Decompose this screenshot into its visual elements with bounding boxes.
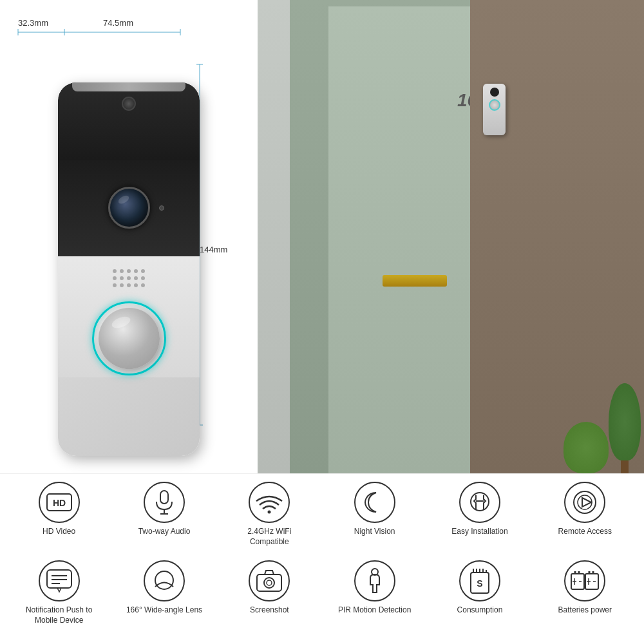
svg-rect-10 [160, 491, 168, 504]
doorbell-body [58, 82, 200, 456]
night-vision-label: Night Vision [354, 527, 395, 537]
feature-remote-access: Remote Access [544, 482, 626, 537]
speaker-dot [113, 283, 117, 287]
ir-sensor [122, 97, 136, 111]
feature-screenshot: Screenshot [228, 560, 310, 616]
notification-label: Notification Push to Mobile Device [18, 605, 100, 625]
moon-icon [363, 490, 386, 515]
features-section: HD HD Video Two-way Audio [0, 473, 644, 644]
batteries-label: Batteries power [558, 605, 612, 616]
speaker-dot [127, 283, 131, 287]
doorbell-device [58, 82, 200, 456]
feature-batteries: Batteries power [544, 560, 626, 616]
feature-pir: PIR Motion Detection [334, 560, 416, 616]
left-wall: 16 [258, 0, 470, 473]
wrench-icon-wrap [459, 482, 500, 523]
installed-btn [489, 99, 500, 111]
cam-top-section [58, 82, 200, 160]
top-section: 32.3mm 74.5mm 144mm [0, 0, 644, 473]
wifi-icon-wrap [249, 482, 290, 523]
shrub [564, 422, 609, 473]
hd-icon: HD [46, 493, 72, 511]
two-way-audio-label: Two-way Audio [138, 527, 191, 537]
svg-point-25 [264, 578, 274, 588]
speaker-dot [141, 283, 145, 287]
features-row-2: Notification Push to Mobile Device 166° … [6, 560, 638, 639]
svg-rect-24 [257, 574, 281, 591]
installed-doorbell [483, 84, 506, 135]
wide-angle-icon [151, 569, 177, 593]
feature-night-vision: Night Vision [334, 482, 416, 537]
door-letterbox [383, 275, 447, 287]
features-row-1: HD HD Video Two-way Audio [6, 482, 638, 560]
wifi-label: 2.4GHz WiFi Compatible [228, 527, 310, 547]
speaker-dot [120, 276, 124, 280]
door-frame: 16 [290, 0, 477, 473]
bell-button[interactable] [99, 308, 160, 369]
wide-angle-icon-wrap [144, 560, 185, 601]
svg-point-23 [155, 571, 173, 589]
cam-dot [159, 205, 164, 211]
feature-two-way-audio: Two-way Audio [123, 482, 205, 537]
tree-trunk [621, 460, 629, 473]
screenshot-label: Screenshot [250, 605, 289, 616]
remote-access-icon [572, 489, 598, 515]
speaker-grid [113, 269, 145, 287]
dim-label-144: 144mm [200, 245, 227, 254]
speaker-dot [134, 276, 138, 280]
speaker-dot [141, 269, 145, 273]
right-wall [470, 0, 644, 473]
svg-point-17 [578, 495, 592, 509]
feature-wide-angle: 166° Wide-angle Lens [123, 560, 205, 616]
notification-icon [46, 569, 73, 593]
feature-hd-video: HD HD Video [18, 482, 100, 537]
svg-point-26 [267, 580, 272, 585]
battery-icon-wrap [564, 560, 605, 601]
remote-access-label: Remote Access [558, 527, 612, 537]
installed-cam [490, 88, 499, 97]
easy-install-label: Easy Installation [451, 527, 507, 537]
consumption-icon: S [468, 567, 491, 594]
mic-icon [154, 490, 175, 515]
feature-wifi: 2.4GHz WiFi Compatible [228, 482, 310, 547]
mic-icon-wrap [144, 482, 185, 523]
hd-video-icon-wrap: HD [39, 482, 80, 523]
svg-text:HD: HD [53, 498, 66, 508]
hd-video-label: HD Video [43, 527, 75, 537]
doorbell-body-lower [58, 256, 200, 377]
wrench-icon [468, 490, 491, 515]
speaker-dot [120, 283, 124, 287]
feature-consumption: S Consumption [439, 560, 521, 616]
feature-easy-install: Easy Installation [439, 482, 521, 537]
bell-button-wrap [90, 300, 167, 377]
speaker-dot [113, 269, 117, 273]
tree-top [609, 383, 641, 460]
feature-notification: Notification Push to Mobile Device [18, 560, 100, 625]
moon-icon-wrap [354, 482, 395, 523]
sd-icon-wrap: S [459, 560, 500, 601]
dim-label-32: 32.3mm [18, 18, 48, 28]
batteries-icon [570, 569, 600, 593]
speaker-dot [127, 276, 131, 280]
pir-label: PIR Motion Detection [338, 605, 411, 616]
door-area: 16 [258, 0, 644, 473]
pir-icon [365, 568, 384, 594]
camera-icon-wrap [249, 560, 290, 601]
chat-icon-wrap [39, 560, 80, 601]
dim-label-74: 74.5mm [103, 18, 133, 28]
main-container: 32.3mm 74.5mm 144mm [0, 0, 644, 644]
svg-marker-18 [582, 498, 591, 507]
person-icon-wrap [354, 560, 395, 601]
cam-strip [72, 82, 185, 91]
svg-text:S: S [477, 578, 482, 589]
speaker-dot [134, 283, 138, 287]
screenshot-icon [256, 569, 283, 592]
speaker-dot [113, 276, 117, 280]
speaker-dot [127, 269, 131, 273]
wifi-icon [255, 491, 283, 514]
camera-lens [108, 187, 150, 229]
speaker-dot [120, 269, 124, 273]
svg-point-13 [268, 511, 271, 514]
play-icon-wrap [564, 482, 605, 523]
speaker-dot [141, 276, 145, 280]
